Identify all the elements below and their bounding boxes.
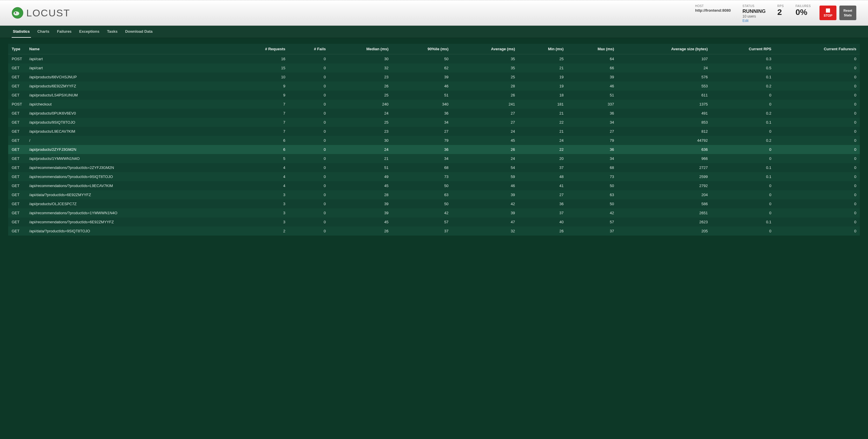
cell-value: 2792 <box>618 181 711 190</box>
table-row[interactable]: POST/api/checkout70240340241181337137500 <box>8 100 860 109</box>
tab-failures[interactable]: Failures <box>56 26 73 38</box>
cell-value: 0 <box>289 190 329 199</box>
cell-value: 24 <box>452 127 519 136</box>
top-bar: LOCUST HOST http://frontend:8080 STATUS … <box>0 0 868 26</box>
table-row[interactable]: GET/api/data/?productIds=9SIQT8TOJO20263… <box>8 226 860 236</box>
cell-value: 25 <box>329 91 392 100</box>
tab-download-data[interactable]: Download Data <box>124 26 154 38</box>
table-row[interactable]: GET/api/recommendations/?productIds=9SIQ… <box>8 172 860 181</box>
col-header[interactable]: Average (ms) <box>452 44 519 54</box>
cell-value: 36 <box>392 145 452 154</box>
cell-value: 0 <box>289 91 329 100</box>
cell-value: 27 <box>392 127 452 136</box>
cell-value: 2727 <box>618 163 711 172</box>
table-row[interactable]: GET/api/products/6E92ZMYYFZ9026462819465… <box>8 82 860 91</box>
cell-value: 6 <box>230 136 289 145</box>
stop-button-label: STOP <box>824 14 832 17</box>
cell-value: 0 <box>775 154 860 163</box>
cell-value: 25 <box>329 118 392 127</box>
table-row[interactable]: POST/api/cart16030503525641070.30 <box>8 54 860 64</box>
cell-name: /api/checkout <box>26 100 230 109</box>
table-row[interactable]: GET/api/products/LS4PSXUNUM9025512618516… <box>8 91 860 100</box>
cell-value: 0 <box>711 226 775 236</box>
cell-value: 46 <box>392 82 452 91</box>
cell-value: 6 <box>230 145 289 154</box>
tab-tasks[interactable]: Tasks <box>106 26 119 38</box>
cell-value: 205 <box>618 226 711 236</box>
col-header[interactable]: Min (ms) <box>519 44 567 54</box>
cell-value: 24 <box>329 145 392 154</box>
tab-charts[interactable]: Charts <box>36 26 51 38</box>
cell-value: 19 <box>519 72 567 82</box>
cell-value: 0 <box>289 145 329 154</box>
table-row[interactable]: GET/api/recommendations/?productIds=L9EC… <box>8 181 860 190</box>
cell-name: /api/cart <box>26 63 230 72</box>
cell-value: 0.1 <box>711 217 775 226</box>
col-header[interactable]: Average size (bytes) <box>618 44 711 54</box>
cell-value: 25 <box>519 54 567 64</box>
rps-block: RPS 2 <box>777 4 784 17</box>
table-row[interactable]: GET/api/products/66VCHSJNUP1002339251939… <box>8 72 860 82</box>
cell-value: 36 <box>519 199 567 209</box>
table-row[interactable]: GET/603079452479447920.20 <box>8 136 860 145</box>
cell-value: 27 <box>519 190 567 199</box>
cell-value: 73 <box>567 172 618 181</box>
table-row[interactable]: GET/api/products/1YMWWN1N4O5021342420349… <box>8 154 860 163</box>
col-header[interactable]: 90%ile (ms) <box>392 44 452 54</box>
cell-value: 0 <box>775 72 860 82</box>
cell-value: 39 <box>567 72 618 82</box>
reset-stats-button[interactable]: Reset Stats <box>839 5 856 20</box>
table-row[interactable]: GET/api/recommendations/?productIds=1YMW… <box>8 209 860 217</box>
cell-value: 34 <box>392 154 452 163</box>
cell-value: 107 <box>618 54 711 64</box>
table-row[interactable]: GET/api/cart1503262352166240.50 <box>8 63 860 72</box>
cell-value: 4 <box>230 172 289 181</box>
table-row[interactable]: GET/api/products/L9ECAV7KIM7023272421278… <box>8 127 860 136</box>
cell-type: GET <box>8 127 26 136</box>
col-header[interactable]: Name <box>26 44 230 54</box>
table-row[interactable]: GET/api/recommendations/?productIds=2ZYF… <box>8 163 860 172</box>
cell-value: 34 <box>567 154 618 163</box>
cell-value: 0 <box>711 181 775 190</box>
cell-value: 0 <box>289 118 329 127</box>
cell-value: 50 <box>567 181 618 190</box>
tab-exceptions[interactable]: Exceptions <box>78 26 100 38</box>
locust-logo-icon <box>12 7 23 19</box>
col-header[interactable]: Type <box>8 44 26 54</box>
cell-type: GET <box>8 82 26 91</box>
cell-value: 0.5 <box>711 63 775 72</box>
cell-value: 25 <box>452 72 519 82</box>
table-row[interactable]: GET/api/data/?productIds=6E92ZMYYFZ30286… <box>8 190 860 199</box>
cell-value: 20 <box>519 154 567 163</box>
table-row[interactable]: GET/api/products/OLJCESPC7Z3039504236505… <box>8 199 860 209</box>
col-header[interactable]: # Fails <box>289 44 329 54</box>
stop-button[interactable]: STOP <box>819 5 836 20</box>
cell-name: /api/recommendations/?productIds=2ZYFJ3G… <box>26 163 230 172</box>
status-label: STATUS <box>743 4 766 8</box>
cell-name: /api/cart <box>26 54 230 64</box>
tab-statistics[interactable]: Statistics <box>12 26 31 38</box>
cell-value: 181 <box>519 100 567 109</box>
table-row[interactable]: GET/api/recommendations/?productIds=6E92… <box>8 217 860 226</box>
col-header[interactable]: # Requests <box>230 44 289 54</box>
col-header[interactable]: Median (ms) <box>329 44 392 54</box>
col-header[interactable]: Max (ms) <box>567 44 618 54</box>
cell-value: 36 <box>567 109 618 118</box>
cell-value: 47 <box>452 217 519 226</box>
cell-value: 0 <box>775 172 860 181</box>
cell-value: 0 <box>289 109 329 118</box>
col-header[interactable]: Current Failures/s <box>775 44 860 54</box>
cell-value: 57 <box>392 217 452 226</box>
header-buttons: STOP Reset Stats <box>819 5 856 20</box>
cell-value: 64 <box>567 54 618 64</box>
cell-value: 16 <box>230 54 289 64</box>
nav-tabs: StatisticsChartsFailuresExceptionsTasksD… <box>0 26 868 38</box>
cell-value: 0 <box>775 199 860 209</box>
cell-value: 10 <box>230 72 289 82</box>
edit-link[interactable]: Edit <box>743 19 766 23</box>
table-row[interactable]: GET/api/products/9SIQT8TOJO7025342722348… <box>8 118 860 127</box>
table-row[interactable]: GET/api/products/2ZYFJ3GM2N6024362622366… <box>8 145 860 154</box>
col-header[interactable]: Current RPS <box>711 44 775 54</box>
table-row[interactable]: GET/api/products/0PUK6V6EV07024362721364… <box>8 109 860 118</box>
cell-value: 39 <box>329 199 392 209</box>
